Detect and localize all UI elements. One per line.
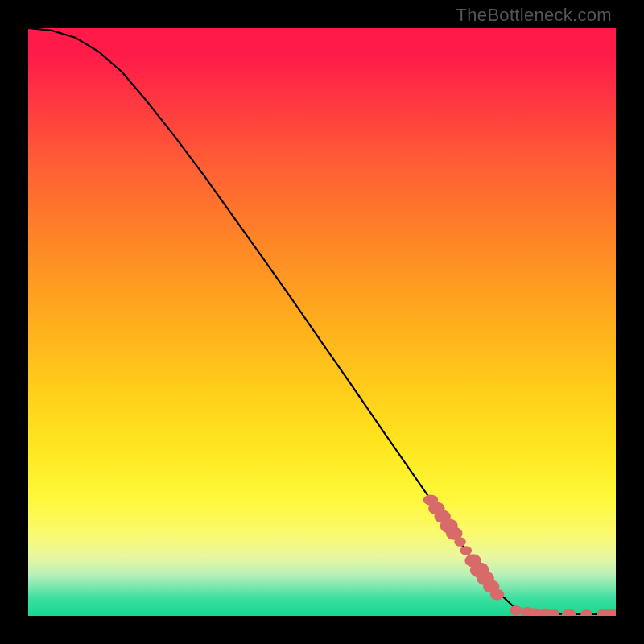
- chart-overlay-svg: [28, 28, 616, 616]
- chart-marker: [510, 605, 522, 615]
- chart-plot-area: [28, 28, 616, 616]
- chart-markers: [423, 495, 616, 616]
- chart-marker: [580, 609, 592, 616]
- watermark-text: TheBottleneck.com: [456, 5, 612, 26]
- chart-curve: [28, 28, 616, 614]
- chart-marker: [490, 589, 505, 601]
- chart-marker: [460, 546, 473, 555]
- chart-marker: [562, 609, 576, 616]
- chart-marker: [454, 537, 466, 547]
